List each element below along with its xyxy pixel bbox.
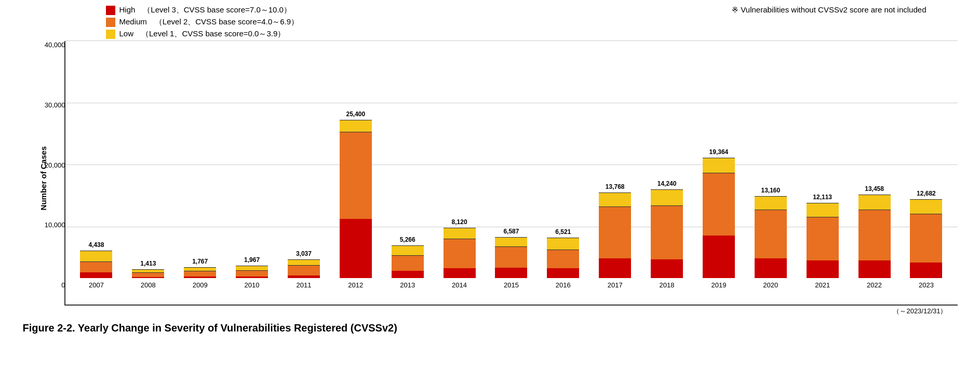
bar-stack-2020: 13,160 (755, 196, 787, 278)
bar-medium-2010 (236, 270, 268, 277)
chart-container: High （Level 3、CVSS base score=7.0～10.0） … (23, 5, 958, 334)
bar-group-2023: 12,6822023 (910, 199, 942, 289)
bar-total-2023: 12,682 (917, 190, 936, 197)
x-axis-note: （～2023/12/31） (64, 307, 947, 316)
bar-high-2007 (80, 272, 112, 278)
bar-group-2020: 13,1602020 (755, 196, 787, 289)
bar-high-2021 (807, 260, 839, 278)
bar-stack-2012: 25,400 (340, 120, 372, 278)
bar-medium-2019 (703, 173, 735, 236)
bar-total-2017: 13,768 (606, 183, 625, 190)
bar-year-2020: 2020 (763, 281, 778, 289)
figure-caption: Figure 2-2. Yearly Change in Severity of… (23, 322, 958, 334)
bar-low-2014 (444, 228, 476, 239)
bar-group-2007: 4,4382007 (80, 251, 112, 289)
bar-stack-2009: 1,767 (184, 267, 216, 278)
bar-year-2022: 2022 (867, 281, 882, 289)
bar-total-2022: 13,458 (865, 185, 884, 192)
bar-medium-2020 (755, 210, 787, 258)
bar-low-2019 (703, 158, 735, 173)
bar-high-2009 (184, 277, 216, 278)
y-tick-20000: 20,000 (37, 161, 65, 169)
bar-total-2014: 8,120 (452, 218, 467, 226)
bar-year-2009: 2009 (193, 281, 208, 289)
bar-low-2017 (599, 192, 631, 206)
bar-medium-2011 (288, 265, 320, 275)
bar-high-2014 (444, 268, 476, 278)
bar-stack-2019: 19,364 (703, 158, 735, 278)
bar-low-2012 (340, 120, 372, 132)
grid-line-30000 (65, 103, 958, 103)
y-ticks: 010,00020,00030,00040,000 (37, 41, 65, 289)
bar-group-2009: 1,7672009 (184, 267, 216, 289)
bar-low-2016 (547, 238, 579, 250)
bar-group-2016: 6,5212016 (547, 238, 579, 289)
bar-group-2014: 8,1202014 (444, 228, 476, 289)
bar-stack-2011: 3,037 (288, 259, 320, 278)
bar-year-2019: 2019 (711, 281, 726, 289)
bar-group-2017: 13,7682017 (599, 192, 631, 289)
y-tick-0: 0 (37, 281, 65, 289)
bar-stack-2007: 4,438 (80, 251, 112, 278)
bar-high-2016 (547, 268, 579, 278)
bar-stack-2022: 13,458 (858, 195, 891, 278)
grid-line-20000 (65, 164, 958, 165)
bar-low-2013 (392, 245, 424, 255)
y-tick-10000: 10,000 (37, 221, 65, 229)
bar-group-2010: 1,9672010 (236, 266, 268, 289)
bar-high-2013 (392, 271, 424, 278)
bar-medium-2023 (910, 214, 942, 262)
bar-year-2015: 2015 (504, 281, 519, 289)
bar-medium-2013 (392, 255, 424, 271)
bar-total-2020: 13,160 (761, 187, 780, 194)
bar-stack-2010: 1,967 (236, 266, 268, 278)
bar-total-2012: 25,400 (346, 110, 365, 118)
bar-year-2007: 2007 (89, 281, 104, 289)
bar-year-2021: 2021 (815, 281, 830, 289)
legend-low: Low （Level 1、CVSS base score=0.0～3.9） (106, 29, 958, 39)
bar-year-2011: 2011 (296, 281, 311, 289)
bar-year-2016: 2016 (556, 281, 571, 289)
bar-group-2008: 1,4132008 (132, 269, 164, 289)
bar-total-2007: 4,438 (88, 241, 104, 248)
bar-low-2015 (495, 237, 527, 246)
bar-stack-2014: 8,120 (444, 228, 476, 278)
legend-medium-label: Medium （Level 2、CVSS base score=4.0～6.9） (119, 17, 299, 27)
bar-total-2008: 1,413 (140, 260, 156, 267)
bar-total-2016: 6,521 (555, 228, 571, 236)
bar-stack-2016: 6,521 (547, 238, 579, 278)
bar-total-2018: 14,240 (657, 180, 677, 187)
bar-low-2010 (236, 266, 268, 270)
bar-group-2015: 6,5872015 (495, 237, 527, 289)
bar-stack-2017: 13,768 (599, 192, 631, 278)
bar-stack-2023: 12,682 (910, 199, 942, 278)
bar-medium-2007 (80, 261, 112, 273)
bar-year-2014: 2014 (452, 281, 467, 289)
bar-low-2011 (288, 259, 320, 265)
bar-year-2010: 2010 (245, 281, 260, 289)
bar-medium-2008 (132, 272, 164, 277)
legend-high-box (106, 6, 115, 15)
grid-line-40000 (65, 40, 958, 41)
bar-medium-2009 (184, 271, 216, 277)
bar-medium-2014 (444, 239, 476, 268)
bar-high-2017 (599, 258, 631, 278)
bar-total-2010: 1,967 (244, 256, 260, 264)
bar-low-2020 (755, 196, 787, 210)
bar-group-2018: 14,2402018 (651, 189, 683, 289)
bar-year-2013: 2013 (400, 281, 415, 289)
plot-area: 010,00020,00030,00040,000 4,43820071,413… (64, 41, 958, 306)
bar-high-2011 (288, 275, 320, 278)
bar-high-2010 (236, 277, 268, 278)
bar-medium-2021 (807, 217, 839, 260)
bar-medium-2016 (547, 250, 579, 268)
y-tick-40000: 40,000 (37, 41, 65, 49)
bar-low-2023 (910, 199, 942, 214)
legend-medium: Medium （Level 2、CVSS base score=4.0～6.9） (106, 17, 958, 27)
bar-total-2015: 6,587 (503, 228, 519, 235)
bar-group-2012: 25,4002012 (340, 120, 372, 289)
bar-year-2023: 2023 (919, 281, 934, 289)
bar-group-2011: 3,0372011 (288, 259, 320, 289)
legend-high-label: High （Level 3、CVSS base score=7.0～10.0） (119, 5, 291, 15)
y-tick-30000: 30,000 (37, 101, 65, 109)
